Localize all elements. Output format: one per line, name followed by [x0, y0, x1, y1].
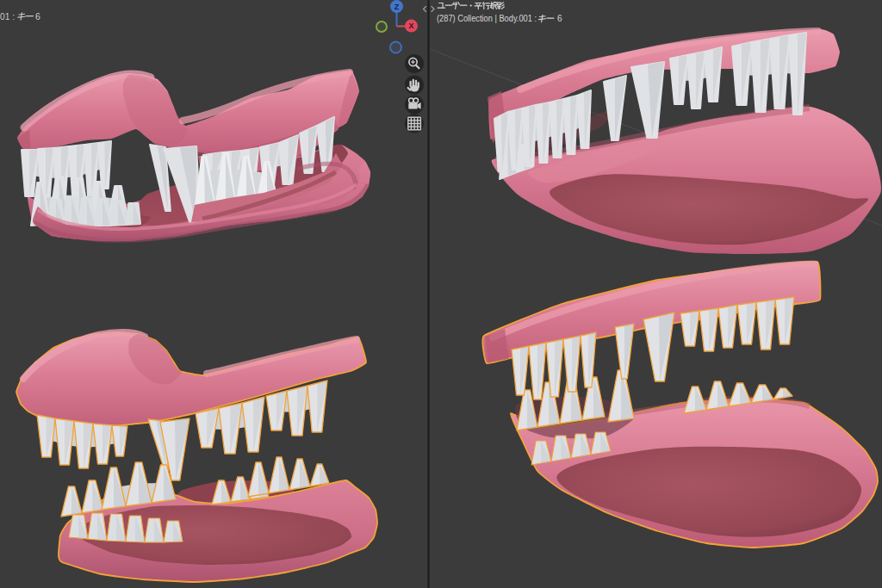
svg-text:Z: Z — [394, 3, 400, 11]
svg-text:6: 6 — [557, 14, 562, 23]
svg-text:01 :: 01 : — [0, 11, 15, 22]
svg-text:6: 6 — [35, 11, 40, 22]
svg-text:X: X — [408, 22, 413, 30]
svg-text:(287) Collection | Body.001 :: (287) Collection | Body.001 : — [437, 14, 537, 23]
